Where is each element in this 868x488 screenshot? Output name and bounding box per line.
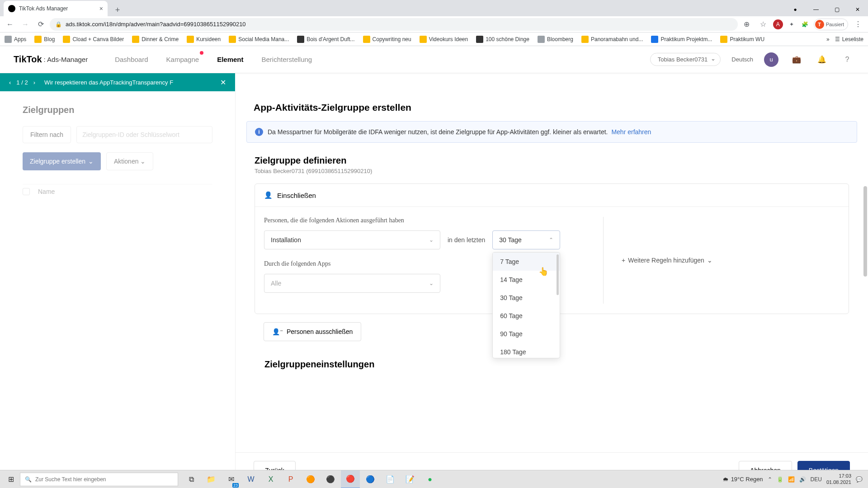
- bookmark-item[interactable]: Praktikum Projektm...: [651, 36, 712, 43]
- nav-element[interactable]: Element: [217, 47, 243, 71]
- bookmark-item[interactable]: Social Media Mana...: [229, 36, 289, 43]
- browser-tab[interactable]: TikTok Ads Manager ×: [4, 1, 108, 16]
- banner-close-icon[interactable]: ✕: [216, 78, 226, 87]
- nav-dashboard[interactable]: Dashboard: [115, 47, 148, 71]
- address-bar[interactable]: 🔒 ads.tiktok.com/i18n/dmp/adver/main?aad…: [50, 18, 738, 31]
- app-icon[interactable]: 🟠: [301, 470, 320, 488]
- page-icon: [651, 36, 658, 43]
- plus-icon: +: [622, 257, 625, 264]
- task-view-icon[interactable]: ⧉: [182, 470, 201, 488]
- bell-icon[interactable]: 🔔: [815, 52, 829, 67]
- back-icon[interactable]: ←: [4, 18, 16, 31]
- info-alert: i Da Messpartner für Mobilgeräte die IDF…: [246, 121, 857, 143]
- close-tab-icon[interactable]: ×: [99, 5, 103, 12]
- volume-icon[interactable]: 🔊: [799, 476, 806, 483]
- user-avatar[interactable]: u: [764, 52, 778, 67]
- define-audience-subtitle: Tobias Becker0731 (6991038651152990210): [246, 168, 857, 174]
- explorer-icon[interactable]: 📁: [202, 470, 221, 488]
- keyboard-lang[interactable]: DEU: [811, 476, 822, 483]
- exclude-people-button[interactable]: 👤⁻ Personen ausschließen: [264, 322, 361, 341]
- app-icon[interactable]: 📝: [401, 470, 420, 488]
- bookmark-item[interactable]: Cload + Canva Bilder: [63, 36, 124, 43]
- chevron-down-icon: ⌄: [707, 257, 712, 264]
- obs-icon[interactable]: ⚫: [321, 470, 340, 488]
- bookmark-item[interactable]: Panoramabahn und...: [581, 36, 643, 43]
- tiktok-logo[interactable]: TikTok: Ads-Manager: [14, 54, 88, 65]
- folder-icon: [63, 36, 70, 43]
- new-tab-button[interactable]: +: [111, 4, 124, 16]
- puzzle-icon[interactable]: 🧩: [800, 19, 810, 29]
- days-option[interactable]: 60 Tage: [493, 307, 560, 325]
- bookmark-item[interactable]: Praktikum WU: [720, 36, 764, 43]
- wifi-icon[interactable]: 📶: [788, 476, 795, 483]
- extension-icon[interactable]: ✦: [787, 19, 797, 29]
- briefcase-icon[interactable]: 💼: [789, 52, 804, 67]
- word-icon[interactable]: W: [241, 470, 260, 488]
- bookmark-item[interactable]: 100 schöne Dinge: [476, 36, 529, 43]
- powerpoint-icon[interactable]: P: [281, 470, 300, 488]
- app-icon[interactable]: 📄: [381, 470, 400, 488]
- days-option[interactable]: 180 Tage: [493, 343, 560, 358]
- maximize-button[interactable]: ▢: [826, 3, 847, 16]
- zoom-icon[interactable]: ⊕: [741, 18, 753, 31]
- tab-title: TikTok Ads Manager: [19, 5, 68, 12]
- bookmark-item[interactable]: Blog: [34, 36, 55, 43]
- notifications-icon[interactable]: 💬: [856, 476, 863, 483]
- reload-icon[interactable]: ⟳: [34, 18, 47, 31]
- create-audience-button[interactable]: Zielgruppe erstellen⌄: [23, 152, 101, 170]
- bookmarks-bar: Apps Blog Cload + Canva Bilder Dinner & …: [0, 33, 868, 46]
- days-option[interactable]: 14 Tage: [493, 271, 560, 289]
- weather-widget[interactable]: 🌧 19°C Regen: [722, 476, 763, 483]
- profile-chip[interactable]: T Pausiert: [814, 19, 848, 30]
- tray-chevron-icon[interactable]: ⌃: [768, 476, 772, 483]
- nav-kampagne[interactable]: Kampagne: [166, 47, 199, 71]
- action-select[interactable]: Installation ⌄: [264, 230, 440, 249]
- reading-list-button[interactable]: ☰Leseliste: [835, 36, 863, 42]
- clock[interactable]: 17:03 01.08.2021: [826, 473, 851, 485]
- taskbar-search[interactable]: 🔍 Zur Suche Text hier eingeben: [20, 473, 178, 486]
- actions-button[interactable]: Aktionen ⌄: [106, 152, 153, 170]
- account-dot-icon[interactable]: ●: [785, 3, 806, 16]
- account-dropdown[interactable]: Tobias Becker0731: [650, 53, 721, 66]
- mail-icon[interactable]: ✉23: [222, 470, 241, 488]
- bookmark-item[interactable]: Bois d'Argent Duft...: [297, 36, 354, 43]
- spotify-icon[interactable]: ●: [420, 470, 439, 488]
- close-window-button[interactable]: ✕: [847, 3, 868, 16]
- excel-icon[interactable]: X: [261, 470, 280, 488]
- dropdown-scrollbar[interactable]: [557, 254, 559, 295]
- adblock-icon[interactable]: A: [773, 19, 783, 29]
- days-option[interactable]: 7 Tage: [493, 253, 560, 271]
- edge-icon[interactable]: 🔵: [361, 470, 380, 488]
- minimize-button[interactable]: —: [806, 3, 826, 16]
- apps-select[interactable]: Alle ⌄: [264, 274, 440, 293]
- days-select[interactable]: 30 Tage ⌃: [492, 230, 560, 249]
- help-icon[interactable]: ?: [840, 52, 854, 67]
- bookmark-apps[interactable]: Apps: [5, 36, 26, 43]
- chrome-icon[interactable]: 🔴: [341, 470, 360, 488]
- bookmark-item[interactable]: Copywriting neu: [363, 36, 411, 43]
- bookmark-item[interactable]: Videokurs Ideen: [420, 36, 468, 43]
- menu-icon[interactable]: ⋮: [852, 18, 864, 31]
- filter-button[interactable]: Filtern nach: [23, 126, 71, 143]
- battery-icon[interactable]: 🔋: [777, 476, 783, 483]
- days-option[interactable]: 30 Tage: [493, 289, 560, 307]
- language-selector[interactable]: Deutsch: [731, 56, 753, 63]
- nav-berichterstellung[interactable]: Berichterstellung: [261, 47, 312, 71]
- start-button[interactable]: ⊞: [2, 470, 20, 488]
- bookmark-overflow[interactable]: »: [826, 36, 830, 42]
- bookmark-item[interactable]: Dinner & Crime: [132, 36, 179, 43]
- info-text: Da Messpartner für Mobilgeräte die IDFA …: [268, 128, 608, 136]
- days-option[interactable]: 90 Tage: [493, 325, 560, 343]
- bookmark-item[interactable]: Bloomberg: [538, 36, 573, 43]
- learn-more-link[interactable]: Mehr erfahren: [611, 128, 651, 136]
- select-all-checkbox[interactable]: [23, 188, 30, 195]
- folder-icon: [581, 36, 589, 43]
- star-icon[interactable]: ☆: [757, 18, 769, 31]
- bookmark-item[interactable]: Kursideen: [187, 36, 221, 43]
- panel-scrollbar[interactable]: [863, 186, 867, 277]
- banner-prev-icon[interactable]: ‹: [9, 79, 11, 86]
- banner-next-icon[interactable]: ›: [33, 79, 35, 86]
- forward-icon[interactable]: →: [19, 18, 32, 31]
- add-rules-button[interactable]: + Weitere Regeln hinzufügen ⌄: [603, 217, 840, 304]
- search-input[interactable]: Zielgruppen-ID oder Schlüsselwort: [76, 126, 212, 143]
